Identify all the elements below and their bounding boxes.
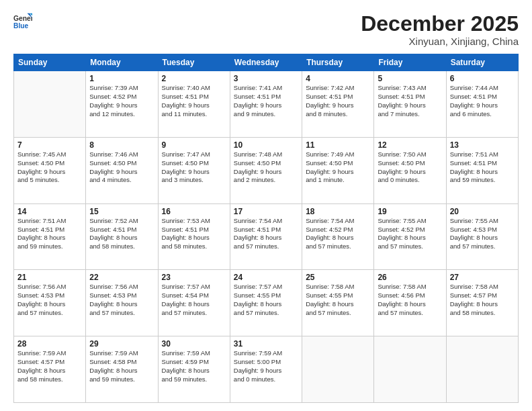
calendar-cell: 17Sunrise: 7:54 AM Sunset: 4:51 PM Dayli… [230,203,302,270]
calendar-cell: 9Sunrise: 7:47 AM Sunset: 4:50 PM Daylig… [158,137,230,203]
day-number: 7 [17,140,82,150]
calendar-cell: 23Sunrise: 7:57 AM Sunset: 4:54 PM Dayli… [158,270,230,336]
day-info: Sunrise: 7:44 AM Sunset: 4:51 PM Dayligh… [450,84,515,118]
logo: General Blue [13,12,32,31]
day-info: Sunrise: 7:59 AM Sunset: 5:00 PM Dayligh… [234,349,298,383]
col-header-monday: Monday [86,54,158,71]
calendar-cell [446,336,518,403]
calendar-cell: 31Sunrise: 7:59 AM Sunset: 5:00 PM Dayli… [230,336,302,403]
day-number: 16 [162,207,226,216]
day-info: Sunrise: 7:53 AM Sunset: 4:51 PM Dayligh… [162,217,226,251]
calendar-cell: 7Sunrise: 7:45 AM Sunset: 4:50 PM Daylig… [14,137,86,203]
day-number: 22 [89,273,154,282]
day-info: Sunrise: 7:55 AM Sunset: 4:52 PM Dayligh… [378,217,442,251]
day-info: Sunrise: 7:49 AM Sunset: 4:50 PM Dayligh… [306,150,370,185]
day-number: 20 [450,207,515,216]
calendar-table: SundayMondayTuesdayWednesdayThursdayFrid… [13,54,519,403]
calendar-cell: 11Sunrise: 7:49 AM Sunset: 4:50 PM Dayli… [302,137,374,203]
calendar-cell: 12Sunrise: 7:50 AM Sunset: 4:50 PM Dayli… [374,137,446,203]
calendar-cell: 15Sunrise: 7:52 AM Sunset: 4:51 PM Dayli… [86,203,158,270]
day-number: 9 [162,140,226,150]
calendar-cell: 13Sunrise: 7:51 AM Sunset: 4:51 PM Dayli… [446,137,518,203]
calendar-cell: 26Sunrise: 7:58 AM Sunset: 4:56 PM Dayli… [374,270,446,336]
col-header-wednesday: Wednesday [230,54,302,71]
day-number: 23 [162,273,226,282]
calendar-cell: 22Sunrise: 7:56 AM Sunset: 4:53 PM Dayli… [86,270,158,336]
day-info: Sunrise: 7:50 AM Sunset: 4:50 PM Dayligh… [378,150,442,185]
day-info: Sunrise: 7:55 AM Sunset: 4:53 PM Dayligh… [450,217,515,251]
day-number: 6 [450,74,515,83]
day-info: Sunrise: 7:51 AM Sunset: 4:51 PM Dayligh… [17,217,82,251]
day-number: 17 [234,207,298,216]
col-header-friday: Friday [374,54,446,71]
day-number: 3 [234,74,298,83]
calendar-cell: 18Sunrise: 7:54 AM Sunset: 4:52 PM Dayli… [302,203,374,270]
calendar-week-row: 28Sunrise: 7:59 AM Sunset: 4:57 PM Dayli… [14,336,519,403]
day-number: 24 [234,273,298,282]
calendar-cell: 16Sunrise: 7:53 AM Sunset: 4:51 PM Dayli… [158,203,230,270]
title-block: December 2025 Xinyuan, Xinjiang, China [361,12,519,47]
calendar-cell: 14Sunrise: 7:51 AM Sunset: 4:51 PM Dayli… [14,203,86,270]
calendar-cell: 28Sunrise: 7:59 AM Sunset: 4:57 PM Dayli… [14,336,86,403]
day-number: 2 [162,74,226,83]
svg-text:General: General [13,15,32,22]
calendar-cell: 19Sunrise: 7:55 AM Sunset: 4:52 PM Dayli… [374,203,446,270]
day-number: 21 [17,273,82,282]
day-info: Sunrise: 7:59 AM Sunset: 4:58 PM Dayligh… [89,349,154,383]
calendar-cell: 21Sunrise: 7:56 AM Sunset: 4:53 PM Dayli… [14,270,86,336]
calendar-week-row: 1Sunrise: 7:39 AM Sunset: 4:52 PM Daylig… [14,71,519,138]
calendar-cell: 6Sunrise: 7:44 AM Sunset: 4:51 PM Daylig… [446,71,518,138]
day-info: Sunrise: 7:41 AM Sunset: 4:51 PM Dayligh… [234,84,298,118]
day-number: 27 [450,273,515,282]
col-header-sunday: Sunday [14,54,86,71]
calendar-cell [374,336,446,403]
day-number: 26 [378,273,442,282]
day-info: Sunrise: 7:58 AM Sunset: 4:56 PM Dayligh… [378,283,442,317]
day-info: Sunrise: 7:54 AM Sunset: 4:51 PM Dayligh… [234,217,298,251]
day-info: Sunrise: 7:59 AM Sunset: 4:59 PM Dayligh… [162,349,226,383]
day-info: Sunrise: 7:42 AM Sunset: 4:51 PM Dayligh… [306,84,370,118]
day-number: 30 [162,339,226,349]
calendar-cell: 20Sunrise: 7:55 AM Sunset: 4:53 PM Dayli… [446,203,518,270]
header: General Blue December 2025 Xinyuan, Xinj… [13,12,519,47]
day-info: Sunrise: 7:45 AM Sunset: 4:50 PM Dayligh… [17,150,82,185]
calendar-cell: 1Sunrise: 7:39 AM Sunset: 4:52 PM Daylig… [86,71,158,138]
day-info: Sunrise: 7:57 AM Sunset: 4:54 PM Dayligh… [162,283,226,317]
day-number: 11 [306,140,370,150]
calendar-cell: 24Sunrise: 7:57 AM Sunset: 4:55 PM Dayli… [230,270,302,336]
day-info: Sunrise: 7:58 AM Sunset: 4:57 PM Dayligh… [450,283,515,317]
day-number: 5 [378,74,442,83]
calendar-week-row: 21Sunrise: 7:56 AM Sunset: 4:53 PM Dayli… [14,270,519,336]
day-info: Sunrise: 7:43 AM Sunset: 4:51 PM Dayligh… [378,84,442,118]
calendar-cell: 5Sunrise: 7:43 AM Sunset: 4:51 PM Daylig… [374,71,446,138]
day-info: Sunrise: 7:54 AM Sunset: 4:52 PM Dayligh… [306,217,370,251]
col-header-tuesday: Tuesday [158,54,230,71]
svg-text:Blue: Blue [13,22,29,30]
calendar-page: General Blue December 2025 Xinyuan, Xinj… [0,0,532,411]
calendar-cell: 4Sunrise: 7:42 AM Sunset: 4:51 PM Daylig… [302,71,374,138]
calendar-cell: 3Sunrise: 7:41 AM Sunset: 4:51 PM Daylig… [230,71,302,138]
day-number: 12 [378,140,442,150]
day-number: 28 [17,339,82,349]
day-number: 4 [306,74,370,83]
day-info: Sunrise: 7:52 AM Sunset: 4:51 PM Dayligh… [89,217,154,251]
day-info: Sunrise: 7:51 AM Sunset: 4:51 PM Dayligh… [450,150,515,185]
calendar-cell: 25Sunrise: 7:58 AM Sunset: 4:55 PM Dayli… [302,270,374,336]
calendar-cell: 2Sunrise: 7:40 AM Sunset: 4:51 PM Daylig… [158,71,230,138]
calendar-week-row: 14Sunrise: 7:51 AM Sunset: 4:51 PM Dayli… [14,203,519,270]
day-number: 19 [378,207,442,216]
calendar-cell: 10Sunrise: 7:48 AM Sunset: 4:50 PM Dayli… [230,137,302,203]
day-number: 8 [89,140,154,150]
day-number: 18 [306,207,370,216]
day-number: 29 [89,339,154,349]
location-subtitle: Xinyuan, Xinjiang, China [361,36,519,47]
day-info: Sunrise: 7:59 AM Sunset: 4:57 PM Dayligh… [17,349,82,383]
day-number: 10 [234,140,298,150]
day-number: 13 [450,140,515,150]
day-info: Sunrise: 7:58 AM Sunset: 4:55 PM Dayligh… [306,283,370,317]
day-info: Sunrise: 7:56 AM Sunset: 4:53 PM Dayligh… [89,283,154,317]
day-number: 31 [234,339,298,349]
calendar-week-row: 7Sunrise: 7:45 AM Sunset: 4:50 PM Daylig… [14,137,519,203]
calendar-cell [14,71,86,138]
day-info: Sunrise: 7:40 AM Sunset: 4:51 PM Dayligh… [162,84,226,118]
